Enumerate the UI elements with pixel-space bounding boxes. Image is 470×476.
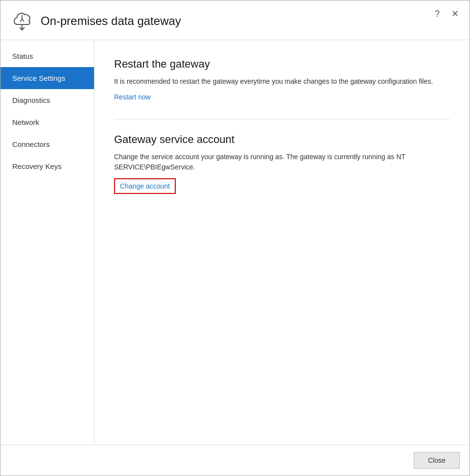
change-account-link[interactable]: Change account [114,178,176,194]
app-window: On-premises data gateway ? ✕ Status Serv… [0,0,470,476]
restart-section-title: Restart the gateway [114,58,450,71]
title-bar-actions: ? ✕ [432,7,462,20]
section-divider [114,119,450,119]
content-area: Status Service Settings Diagnostics Netw… [0,40,470,445]
gateway-account-section: Gateway service account Change the servi… [114,133,450,194]
footer: Close [0,445,470,476]
app-title: On-premises data gateway [41,14,181,28]
sidebar: Status Service Settings Diagnostics Netw… [0,40,94,445]
gateway-account-desc: Change the service account your gateway … [114,152,450,172]
restart-section: Restart the gateway It is recommended to… [114,58,450,101]
window-close-button[interactable]: ✕ [448,7,462,20]
sidebar-item-status[interactable]: Status [0,45,94,67]
close-button[interactable]: Close [414,452,460,469]
restart-section-desc: It is recommended to restart the gateway… [114,76,450,87]
gateway-account-title: Gateway service account [114,133,450,146]
sidebar-item-service-settings[interactable]: Service Settings [0,67,94,89]
help-button[interactable]: ? [432,7,443,20]
sidebar-item-network[interactable]: Network [0,111,94,133]
sidebar-item-connectors[interactable]: Connectors [0,133,94,155]
app-icon [10,9,34,33]
restart-now-link[interactable]: Restart now [114,93,151,101]
sidebar-item-recovery-keys[interactable]: Recovery Keys [0,155,94,177]
sidebar-item-diagnostics[interactable]: Diagnostics [0,89,94,111]
title-bar: On-premises data gateway ? ✕ [0,0,470,40]
svg-line-2 [22,19,24,22]
main-panel: Restart the gateway It is recommended to… [94,40,470,445]
